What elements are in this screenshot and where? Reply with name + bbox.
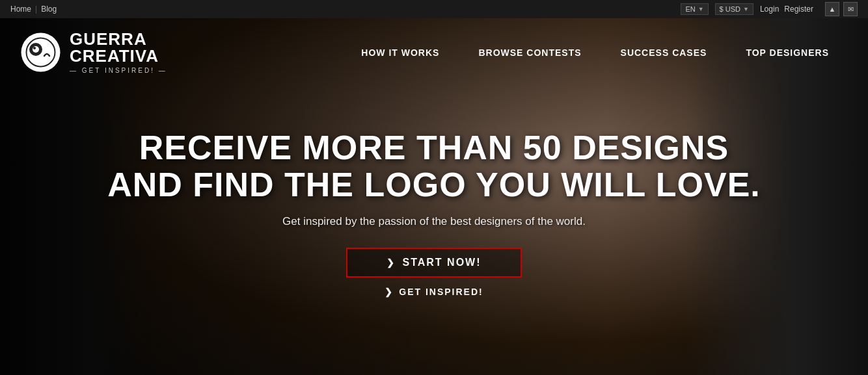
- top-bar-nav: Home | Blog: [10, 5, 57, 14]
- login-link[interactable]: Login: [760, 5, 779, 14]
- svg-point-3: [33, 46, 39, 53]
- svg-point-4: [33, 47, 36, 49]
- nav-how-it-works[interactable]: HOW IT WORKS: [342, 47, 459, 58]
- top-bar: Home | Blog EN ▼ $ USD ▼ Login Register …: [0, 0, 868, 18]
- register-link[interactable]: Register: [784, 5, 813, 14]
- hero-buttons: ❯ START NOW! ❯ GET INSPIRED!: [13, 248, 855, 297]
- hero-section: GUERRA CREATIVA — GET INSPIRED! — HOW IT…: [0, 18, 868, 375]
- auth-links: Login Register: [760, 5, 813, 14]
- hero-headline: RECEIVE MORE THAN 50 DESIGNS AND FIND TH…: [13, 129, 855, 203]
- top-bar-right: EN ▼ $ USD ▼ Login Register ▲ ✉: [681, 2, 858, 16]
- hero-content: RECEIVE MORE THAN 50 DESIGNS AND FIND TH…: [0, 129, 868, 297]
- start-now-chevron-icon: ❯: [387, 257, 396, 268]
- logo-icon: [20, 31, 62, 73]
- get-inspired-button[interactable]: ❯ GET INSPIRED!: [385, 287, 483, 297]
- utility-icons: ▲ ✉: [825, 2, 858, 16]
- nav-success-cases[interactable]: SUCCESS CASES: [601, 47, 727, 58]
- language-selector[interactable]: EN ▼: [681, 3, 708, 15]
- lang-label: EN: [685, 5, 695, 13]
- hero-headline-line1: RECEIVE MORE THAN 50 DESIGNS: [13, 129, 855, 166]
- currency-label: $ USD: [720, 5, 740, 13]
- logo-text: GUERRA CREATIVA — GET INSPIRED! —: [70, 31, 167, 74]
- logo-brand-name: GUERRA CREATIVA: [70, 31, 167, 64]
- blog-link[interactable]: Blog: [41, 5, 57, 14]
- logo-tagline: — GET INSPIRED! —: [70, 67, 167, 74]
- get-inspired-chevron-icon: ❯: [385, 287, 394, 297]
- start-now-button[interactable]: ❯ START NOW!: [346, 248, 521, 278]
- nav-top-designers[interactable]: TOP DESIGNERS: [726, 47, 848, 58]
- nav-links: HOW IT WORKS BROWSE CONTESTS SUCCESS CAS…: [342, 47, 848, 58]
- mail-icon[interactable]: ✉: [843, 2, 858, 16]
- home-link[interactable]: Home: [10, 5, 31, 14]
- hero-subtext: Get inspired by the passion of the best …: [13, 215, 855, 228]
- message-icon[interactable]: ▲: [825, 2, 839, 16]
- start-now-label: START NOW!: [402, 257, 481, 268]
- nav-browse-contests[interactable]: BROWSE CONTESTS: [459, 47, 601, 58]
- hero-headline-line2: AND FIND THE LOGO YOU WILL LOVE.: [13, 166, 855, 203]
- nav-separator: |: [35, 5, 37, 14]
- currency-selector[interactable]: $ USD ▼: [715, 3, 753, 15]
- lang-chevron-icon: ▼: [698, 6, 704, 12]
- currency-chevron-icon: ▼: [743, 6, 749, 12]
- logo: GUERRA CREATIVA — GET INSPIRED! —: [20, 31, 167, 74]
- main-nav: GUERRA CREATIVA — GET INSPIRED! — HOW IT…: [0, 18, 868, 86]
- get-inspired-label: GET INSPIRED!: [399, 287, 483, 297]
